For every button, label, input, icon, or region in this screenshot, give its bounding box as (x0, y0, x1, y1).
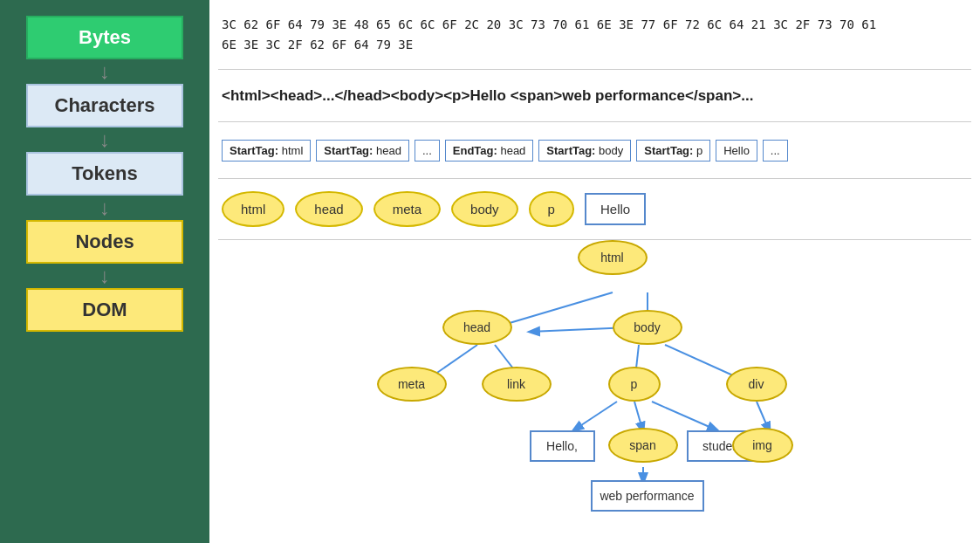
token-endhead-label: EndTag: (453, 144, 497, 157)
characters-value: <html><head>...</head><body><p>Hello <sp… (222, 87, 753, 104)
node-hello-box: Hello (585, 193, 646, 225)
bytes-section: 3C 62 6F 64 79 3E 48 65 6C 6C 6F 2C 20 3… (218, 0, 971, 70)
node-head: head (295, 191, 362, 227)
token-starthtml: StartTag: html (222, 140, 311, 162)
node-meta: meta (373, 191, 441, 227)
dom-body: body (613, 310, 682, 345)
nodes-row: html head meta body p Hello (222, 191, 646, 227)
bytes-label: Bytes (79, 26, 131, 48)
node-body: body (451, 191, 518, 227)
dom-hello-rect: Hello, (530, 430, 595, 462)
token-startp-label: StartTag: (644, 144, 693, 157)
dom-html: html (578, 240, 648, 275)
nodes-section: html head meta body p Hello (218, 179, 971, 240)
main-container: Bytes ↓ Characters ↓ Tokens ↓ Nodes ↓ DO… (0, 0, 980, 543)
svg-line-0 (495, 292, 613, 327)
dom-link: link (482, 367, 552, 402)
dom-label: DOM (82, 299, 127, 320)
token-starthtml-label: StartTag: (230, 144, 278, 157)
characters-section: <html><head>...</head><body><p>Hello <sp… (218, 70, 971, 122)
token-starthead: StartTag: head (316, 140, 409, 162)
content-area: 3C 62 6F 64 79 3E 48 65 6C 6C 6F 2C 20 3… (209, 0, 980, 543)
characters-label: Characters (55, 94, 155, 116)
bytes-line2: 6E 3E 3C 2F 62 6F 64 79 3E (222, 38, 413, 52)
token-starthead-label: StartTag: (324, 144, 373, 157)
node-html: html (222, 191, 284, 227)
bytes-line1: 3C 62 6F 64 79 3E 48 65 6C 6C 6F 2C 20 3… (222, 17, 876, 31)
tokens-section: StartTag: html StartTag: head ... EndTag… (218, 122, 971, 179)
dom-webperf-rect: web performance (591, 480, 704, 512)
token-dots2: ... (763, 140, 788, 162)
token-startp: StartTag: p (636, 140, 710, 162)
bytes-text: 3C 62 6F 64 79 3E 48 65 6C 6C 6F 2C 20 3… (222, 15, 876, 54)
token-dots1: ... (415, 140, 440, 162)
arrow-nodes-dom: ↓ (99, 265, 110, 286)
nodes-label: Nodes (75, 230, 134, 252)
token-startbody: StartTag: body (538, 140, 631, 162)
dom-meta: meta (377, 367, 447, 402)
pipeline: Bytes ↓ Characters ↓ Tokens ↓ Nodes ↓ DO… (0, 0, 209, 543)
token-hello: Hello (716, 140, 757, 162)
nodes-box: Nodes (26, 220, 183, 264)
svg-line-9 (652, 402, 717, 430)
tokens-row: StartTag: html StartTag: head ... EndTag… (222, 140, 788, 162)
dom-p: p (608, 367, 661, 402)
svg-line-7 (573, 402, 617, 430)
dom-tree: html head body meta link p div Hello, sp… (307, 240, 883, 511)
dom-box: DOM (26, 288, 183, 332)
token-endhead: EndTag: head (445, 140, 534, 162)
dom-span: span (608, 428, 678, 463)
characters-box: Characters (26, 84, 183, 127)
tokens-label: Tokens (72, 162, 137, 184)
dom-head: head (442, 310, 512, 345)
characters-text: <html><head>...</head><body><p>Hello <sp… (222, 87, 753, 105)
arrow-tokens-nodes: ↓ (99, 197, 110, 218)
node-p: p (529, 191, 574, 227)
tokens-box: Tokens (26, 152, 183, 196)
dom-div: div (726, 367, 787, 402)
arrow-bytes-chars: ↓ (99, 61, 110, 82)
dom-img: img (732, 428, 793, 463)
token-startbody-label: StartTag: (546, 144, 595, 157)
arrow-chars-tokens: ↓ (99, 129, 110, 150)
dom-section: html head body meta link p div Hello, sp… (218, 240, 971, 543)
bytes-box: Bytes (26, 16, 183, 59)
